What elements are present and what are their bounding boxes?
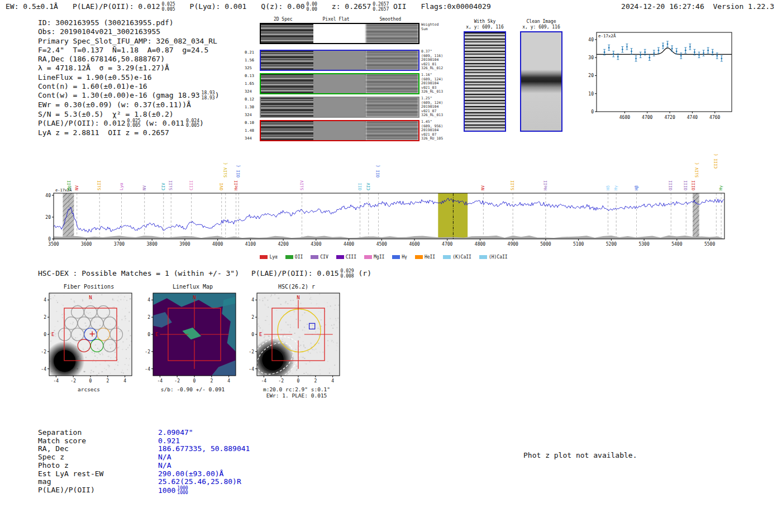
svg-text:CIII: CIII [189, 180, 194, 190]
match-table-value: N/A [158, 462, 171, 470]
text-segment: Q(z): 0.00 [261, 2, 304, 11]
svg-text:SiII: SiII [510, 180, 515, 190]
twod-row-weights: 0.121.30324 [244, 97, 260, 118]
svg-text:0: 0 [44, 332, 46, 337]
text-segment: 1000 [158, 486, 175, 495]
info-block: ID: 3002163955 (3002163955.pdf)Obs: 2019… [38, 18, 220, 137]
svg-text:2: 2 [106, 378, 109, 384]
stacked-fraction: 0.0250.005 [127, 119, 141, 128]
svg-text:5400: 5400 [671, 242, 682, 247]
svg-text:SiIV {: SiIV { [694, 162, 699, 178]
svg-text:0: 0 [193, 378, 196, 384]
match-table-label: Match score [38, 437, 158, 445]
svg-text:SiIV {: SiIV { [223, 162, 228, 178]
svg-text:SiII: SiII [168, 180, 173, 190]
svg-text:2: 2 [147, 315, 150, 320]
clean-image-xy: x, y: 609, 116 [519, 25, 564, 30]
legend-item: CIV [311, 255, 328, 260]
text-segment: Cont(w) = 1.30(±0.00)e-16 (gmag 18.93 [38, 91, 200, 99]
match-table-row: Est LyA rest-EW290.00(±93.00)Å [38, 470, 250, 478]
fiber-positions-plot: NE-4-4-2-2002244 [29, 290, 141, 386]
svg-text:0: 0 [89, 378, 92, 384]
svg-text:4: 4 [331, 378, 334, 384]
clean-image [520, 31, 562, 132]
text-segment: Flags:0x00004029 [421, 2, 491, 11]
match-table-label: Photo z [38, 462, 158, 470]
svg-text:5000: 5000 [540, 242, 551, 247]
text-segment: 186.677335, 50.889041 [158, 444, 250, 453]
legend-item: (H)CaII [479, 255, 508, 260]
legend-label: Lyα [269, 255, 277, 260]
text-segment: ) [215, 91, 220, 99]
photz-note: Phot z plot not available. [523, 451, 637, 459]
twod-row-annotation: 0.37"(609, 116)20190104v021_01326_RL_012 [419, 50, 449, 71]
match-table-label: Est LyA rest-EW [38, 470, 158, 478]
text-segment: Obs: 20190104v021_3002163955 [38, 27, 160, 36]
svg-text:OII {: OII { [236, 165, 241, 178]
match-table-value: 25.62(25.46,25.80)R [158, 478, 241, 486]
twod-cell-smooth [366, 74, 418, 93]
legend-item: Lyα [260, 255, 277, 260]
svg-text:CIV: CIV [161, 183, 166, 190]
linefit-plot: 46804700472047404760010203040e-17x2Å [574, 22, 736, 125]
header-summary-line: EW: 0.5±0.1ÅP(LAE)/P(OII): 0.0120.0250.0… [6, 2, 491, 12]
twod-cell-smooth [366, 98, 418, 117]
legend-label: CIV [320, 255, 328, 260]
hsc-dex-line: HSC-DEX : Possible Matches = 1 (within +… [38, 269, 371, 279]
fiber-xlabel: arcsecs [29, 386, 141, 392]
svg-text:2: 2 [210, 378, 213, 384]
lineflux-map-plot: NE-4-4-2-2002244 [133, 290, 245, 386]
match-table-value: 0.921 [158, 437, 180, 445]
stacked-fraction: 0.0250.005 [161, 2, 175, 12]
text-segment: LineFlux = 1.90(±0.55)e-16 [38, 73, 152, 82]
svg-text:-4: -4 [41, 367, 46, 372]
text-segment: EWr = 0.30(±0.09) (w: 0.37(±0.11))Å [38, 100, 191, 109]
twod-cell-spec2d [261, 74, 313, 93]
svg-text:2: 2 [44, 315, 46, 320]
legend-item: OII [285, 255, 303, 260]
text-segment: 25.62(25.46,25.80)R [158, 477, 241, 486]
svg-text:E: E [259, 332, 262, 337]
match-table-row: RA, Dec186.677335, 50.889041 [38, 445, 250, 453]
text-segment: Cont(n) = 1.60(±0.01)e-16 [38, 82, 147, 90]
twod-row-annotation: WeightedSum [419, 23, 449, 44]
legend-swatch [443, 255, 451, 259]
svg-text:NV: NV [74, 185, 79, 190]
info-line: Cont(n) = 1.60(±0.01)e-16 [38, 82, 220, 91]
svg-text:-2: -2 [174, 378, 180, 384]
svg-text:2: 2 [314, 378, 317, 384]
svg-text:SiIV: SiIV [299, 180, 304, 190]
twod-row-annotation: 1.16"(609, 124)20190104v021_03326_RL_013 [419, 73, 449, 94]
svg-text:Hδ: Hδ [605, 185, 611, 190]
legend-label: Hγ [402, 255, 407, 260]
svg-text:4: 4 [123, 378, 126, 384]
lineflux-sub: s/b: -0.90 +/- 0.091 [133, 386, 245, 392]
text-segment: F=2.4" T=0.137 N̄=1.18 A=0.87 g=24.5 [38, 46, 208, 54]
twod-row: WeightedSum [244, 23, 452, 44]
twod-cell-smooth [366, 24, 418, 43]
twod-row-images [260, 73, 419, 94]
svg-text:4740: 4740 [687, 115, 698, 120]
svg-text:4700: 4700 [442, 242, 452, 247]
legend-label: MgII [374, 255, 384, 260]
twod-row-annotation: 1.25"(609, 124)20190104v021_07326_RL_013 [419, 97, 449, 118]
legend-label: (K)CaII [452, 255, 471, 260]
text-segment: Primary Spec_Slot_IFU_AMP: 326_082_034_R… [38, 37, 217, 45]
twod-row: 0.101.483441.45"(609, 956)20190104v021_0… [244, 120, 452, 141]
svg-text:40: 40 [45, 193, 51, 198]
svg-text:-2: -2 [41, 349, 46, 354]
twod-row-images [260, 120, 419, 141]
svg-text:20: 20 [588, 73, 594, 78]
match-table-value: 2.09047" [158, 429, 193, 437]
svg-text:E: E [51, 332, 54, 337]
twod-cell-spec2d [261, 98, 313, 117]
svg-text:5300: 5300 [638, 242, 649, 247]
text-segment: 290.00(±93.00)Å [158, 469, 223, 478]
svg-text:4600: 4600 [409, 242, 419, 247]
legend-swatch [260, 255, 268, 259]
svg-text:40: 40 [588, 37, 594, 42]
svg-text:-4: -4 [158, 378, 163, 384]
info-line: LyA z = 2.8811 OII z = 0.2657 [38, 128, 220, 137]
twod-row-weights [244, 23, 260, 44]
svg-text:2: 2 [251, 315, 254, 320]
